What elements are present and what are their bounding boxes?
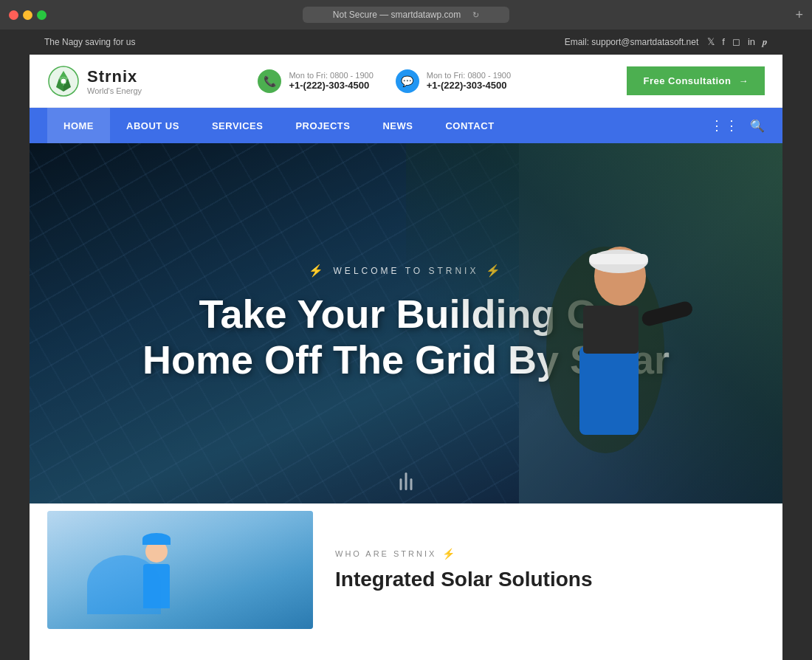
nav-services[interactable]: SERVICES [196,108,280,143]
svg-rect-12 [583,306,639,354]
new-tab-button[interactable]: + [795,7,803,23]
about-section: WHO ARE STRNIX ⚡ Integrated Solar Soluti… [30,503,782,636]
facebook-icon[interactable]: f [722,36,725,48]
svg-rect-9 [589,254,648,264]
nav-right: ⋮⋮ 🔍 [710,117,765,134]
hero-section: ⚡ WELCOME TO STRNIX ⚡ Take Your Building… [30,143,782,503]
phone-number: +1-(222)-303-4500 [289,80,373,91]
svg-rect-11 [579,346,639,435]
header-contacts: 📞 Mon to Fri: 0800 - 1900 +1-(222)-303-4… [258,69,511,93]
top-bar-right: Email: support@smartdatasoft.net 𝕏 f ◻ i… [565,36,768,48]
bolt-icon: ⚡ [442,548,457,560]
top-bar: The Nagy saving for us Email: support@sm… [30,30,782,55]
instagram-icon[interactable]: ◻ [732,36,740,48]
figure-head [145,540,168,563]
about-image-bg [47,511,313,629]
chat-hours: Mon to Fri: 0800 - 1900 [427,71,511,80]
search-icon[interactable]: 🔍 [750,119,765,133]
logo[interactable]: Strnix World's Energy [47,65,142,97]
top-bar-email: Email: support@smartdatasoft.net [565,37,699,47]
phone-contact: 📞 Mon to Fri: 0800 - 1900 +1-(222)-303-4… [258,69,373,93]
svg-point-5 [61,78,66,84]
indicator-bar-1 [400,478,402,490]
logo-icon [47,65,80,97]
nav-items: HOME ABOUT US SERVICES PROJECTS NEWS CON… [47,108,511,143]
main-nav: HOME ABOUT US SERVICES PROJECTS NEWS CON… [30,108,782,143]
about-content: WHO ARE STRNIX ⚡ Integrated Solar Soluti… [335,540,765,599]
nav-news[interactable]: NEWS [366,108,429,143]
nav-projects[interactable]: PROJECTS [279,108,366,143]
phone-icon: 📞 [258,69,281,93]
phone-text: Mon to Fri: 0800 - 1900 +1-(222)-303-450… [289,71,373,91]
about-subtitle-text: WHO ARE STRNIX [335,549,436,558]
linkedin-icon[interactable]: in [748,36,755,48]
cta-label: Free Consultation [643,75,731,86]
chat-contact: 💬 Mon to Fri: 0800 - 1900 +1-(222)-303-4… [396,69,511,93]
solar-left-icon: ⚡ [309,264,326,278]
about-subtitle: WHO ARE STRNIX ⚡ [335,548,765,560]
helmet-shape [87,555,161,614]
cta-button[interactable]: Free Consultation → [627,66,765,95]
figure-helmet [142,533,171,545]
nav-more-icon[interactable]: ⋮⋮ [710,117,740,134]
nav-contact[interactable]: CONTACT [429,108,510,143]
chat-icon: 💬 [396,69,419,93]
top-bar-tagline: The Nagy saving for us [44,37,135,47]
browser-chrome: Not Secure — smartdatawp.com ↻ + [0,0,812,30]
chat-text: Mon to Fri: 0800 - 1900 +1-(222)-303-450… [427,71,511,91]
traffic-lights [9,10,47,20]
address-bar[interactable]: Not Secure — smartdatawp.com ↻ [303,7,509,23]
reload-icon[interactable]: ↻ [472,10,479,20]
close-button[interactable] [9,10,18,20]
logo-tagline: World's Energy [87,86,142,95]
about-image [47,511,313,629]
nav-about[interactable]: ABOUT US [110,108,196,143]
website-frame: The Nagy saving for us Email: support@sm… [30,30,782,660]
twitter-icon[interactable]: 𝕏 [707,36,715,48]
chat-number: +1-(222)-303-4500 [427,80,511,91]
social-icons: 𝕏 f ◻ in 𝒑 [707,36,768,48]
minimize-button[interactable] [23,10,32,20]
cta-arrow-icon: → [739,75,749,86]
worker-illustration [458,202,709,483]
address-text: Not Secure — smartdatawp.com [333,10,461,20]
about-title: Integrated Solar Solutions [335,567,765,592]
maximize-button[interactable] [37,10,47,20]
phone-hours: Mon to Fri: 0800 - 1900 [289,71,373,80]
pinterest-icon[interactable]: 𝒑 [763,36,768,48]
site-header: Strnix World's Energy 📞 Mon to Fri: 0800… [30,55,782,108]
logo-name: Strnix [87,67,142,86]
logo-text: Strnix World's Energy [87,67,142,95]
nav-home[interactable]: HOME [47,108,110,143]
